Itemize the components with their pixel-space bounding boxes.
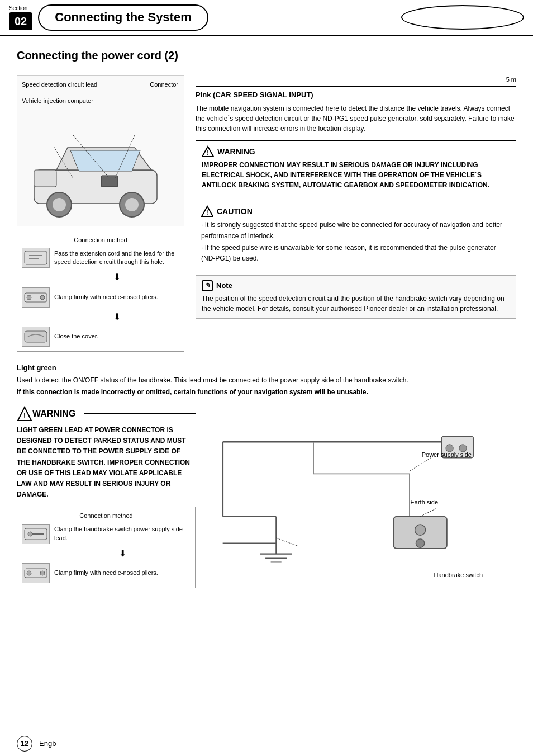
bottom-step-2: Clamp firmly with needle-nosed pliers. bbox=[22, 563, 191, 583]
warning-triangle-icon-1: ! bbox=[202, 145, 214, 158]
bottom-step-2-text: Clamp firmly with needle-nosed pliers. bbox=[54, 569, 158, 577]
page-footer: 12 Engb bbox=[0, 731, 533, 756]
bottom-step-1: Clamp the handbrake switch power supply … bbox=[22, 524, 191, 544]
warning-standalone-triangle-icon: ! bbox=[17, 406, 32, 422]
step-2: Clamp firmly with needle-nosed pliers. bbox=[22, 287, 179, 308]
warning-standalone-label: WARNING bbox=[32, 408, 75, 420]
svg-marker-2 bbox=[70, 150, 140, 171]
svg-point-28 bbox=[27, 571, 31, 575]
handbrake-diagram: Power supply side Earth side Handbrake s… bbox=[207, 406, 516, 585]
page-number: 12 bbox=[17, 736, 32, 752]
handbrake-svg bbox=[207, 406, 516, 574]
warning-standalone: ! WARNING LIGHT GREEN LEAD AT POWER CONN… bbox=[17, 406, 196, 500]
light-green-section: Light green Used to detect the ON/OFF st… bbox=[17, 363, 516, 397]
svg-rect-12 bbox=[25, 251, 47, 264]
power-supply-label: Power supply side bbox=[422, 451, 472, 459]
connection-method-bottom-title: Connection method bbox=[22, 512, 191, 520]
connector-label: Connector bbox=[150, 81, 178, 89]
warning-box-1: ! WARNING IMPROPER CONNECTION MAY RESULT… bbox=[196, 140, 516, 195]
caution-list: It is strongly suggested that the speed … bbox=[201, 220, 511, 264]
warning-standalone-text: LIGHT GREEN LEAD AT POWER CONNECTOR IS D… bbox=[17, 425, 196, 500]
svg-point-16 bbox=[27, 295, 31, 300]
light-green-bold: If this connection is made incorrectly o… bbox=[17, 388, 516, 397]
step-3: Close the cover. bbox=[22, 327, 179, 347]
svg-point-17 bbox=[40, 295, 45, 300]
diagram-labels: Speed detection circuit lead Vehicle inj… bbox=[22, 81, 97, 114]
svg-text:!: ! bbox=[206, 210, 208, 216]
speed-detection-label: Speed detection circuit lead bbox=[22, 81, 97, 89]
arrow-2: ⬇ bbox=[54, 311, 179, 323]
caution-item-1: It is strongly suggested that the speed … bbox=[201, 220, 511, 241]
note-icon: ✎ bbox=[202, 280, 213, 291]
light-green-desc: Used to detect the ON/OFF status of the … bbox=[17, 375, 516, 385]
arrow-1: ⬇ bbox=[54, 271, 179, 284]
svg-text:!: ! bbox=[207, 150, 208, 156]
handbrake-switch-label: Handbrake switch bbox=[434, 571, 483, 579]
section-box: Section 02 bbox=[9, 4, 32, 30]
five-m-label: 5 m bbox=[196, 75, 516, 84]
pink-description: The mobile navigation system is connecte… bbox=[196, 103, 516, 134]
connection-steps: Pass the extension cord and the lead for… bbox=[22, 248, 179, 347]
warning-text-1: IMPROPER CONNECTION MAY RESULT IN SERIOU… bbox=[202, 160, 510, 190]
caution-triangle-icon: ! bbox=[201, 205, 213, 218]
bottom-right-column: Power supply side Earth side Handbrake s… bbox=[207, 406, 516, 588]
car-illustration bbox=[23, 120, 179, 220]
warning-header-1: ! WARNING bbox=[202, 145, 510, 158]
note-text: The position of the speed detection circ… bbox=[202, 294, 510, 314]
step-2-icon bbox=[22, 287, 50, 308]
bottom-section: ! WARNING LIGHT GREEN LEAD AT POWER CONN… bbox=[17, 406, 516, 588]
left-column: Speed detection circuit lead Vehicle inj… bbox=[17, 75, 184, 352]
svg-line-49 bbox=[420, 508, 436, 516]
language-label: Engb bbox=[39, 739, 56, 749]
top-section: Speed detection circuit lead Vehicle inj… bbox=[17, 75, 516, 352]
warning-label-1: WARNING bbox=[217, 147, 255, 158]
section-heading: Connecting the power cord (2) bbox=[17, 48, 516, 65]
header-oval-decoration bbox=[401, 5, 524, 30]
bottom-left-column: ! WARNING LIGHT GREEN LEAD AT POWER CONN… bbox=[17, 406, 196, 588]
svg-line-48 bbox=[276, 538, 297, 546]
bottom-arrow-1: ⬇ bbox=[54, 547, 191, 560]
svg-point-4 bbox=[53, 198, 66, 211]
step-1-text: Pass the extension cord and the lead for… bbox=[54, 249, 179, 267]
step-1: Pass the extension cord and the lead for… bbox=[22, 248, 179, 268]
earth-side-label: Earth side bbox=[410, 498, 438, 507]
light-green-title: Light green bbox=[17, 363, 516, 373]
svg-line-47 bbox=[410, 458, 431, 471]
page-content: Connecting the power cord (2) Speed dete… bbox=[0, 36, 533, 605]
bottom-connection-steps: Clamp the handbrake switch power supply … bbox=[22, 524, 191, 583]
caution-item-2: If the speed pulse wire is unavailable f… bbox=[201, 243, 511, 264]
step-2-text: Clamp firmly with needle-nosed pliers. bbox=[54, 293, 158, 301]
svg-point-37 bbox=[416, 539, 424, 547]
step-1-icon bbox=[22, 248, 50, 268]
section-label: Section bbox=[9, 4, 27, 12]
five-m-line bbox=[196, 86, 516, 87]
note-label: Note bbox=[216, 281, 232, 291]
page-header: Section 02 Connecting the System bbox=[0, 0, 533, 36]
svg-rect-7 bbox=[34, 170, 56, 187]
note-box: ✎ Note The position of the speed detecti… bbox=[196, 275, 516, 319]
section-number: 02 bbox=[9, 12, 32, 30]
svg-point-36 bbox=[415, 525, 426, 535]
vehicle-injection-label: Vehicle injection computer bbox=[22, 97, 97, 105]
right-column: 5 m Pink (CAR SPEED SIGNAL INPUT) The mo… bbox=[196, 75, 516, 352]
warning-divider-line bbox=[84, 413, 196, 414]
svg-point-6 bbox=[125, 198, 139, 211]
caution-box: ! CAUTION It is strongly suggested that … bbox=[196, 201, 516, 270]
header-title: Connecting the System bbox=[38, 4, 208, 31]
car-diagram: Speed detection circuit lead Vehicle inj… bbox=[17, 75, 184, 226]
svg-text:!: ! bbox=[23, 412, 26, 420]
connection-method-bottom: Connection method Clamp the handbrake sw… bbox=[17, 507, 196, 588]
bottom-step-1-icon bbox=[22, 524, 50, 544]
connection-method-title: Connection method bbox=[22, 236, 179, 244]
step-3-text: Close the cover. bbox=[54, 332, 98, 341]
caution-header: ! CAUTION bbox=[201, 205, 511, 218]
caution-label: CAUTION bbox=[217, 206, 253, 218]
bottom-step-1-text: Clamp the handbrake switch power supply … bbox=[54, 525, 191, 542]
step-3-icon bbox=[22, 327, 50, 347]
bottom-step-2-icon bbox=[22, 563, 50, 583]
connection-method-top: Connection method Pass the extension cor… bbox=[17, 231, 184, 352]
pink-title: Pink (CAR SPEED SIGNAL INPUT) bbox=[196, 90, 516, 100]
warning-standalone-header: ! WARNING bbox=[17, 406, 196, 422]
note-header: ✎ Note bbox=[202, 280, 510, 291]
svg-point-29 bbox=[40, 571, 45, 575]
